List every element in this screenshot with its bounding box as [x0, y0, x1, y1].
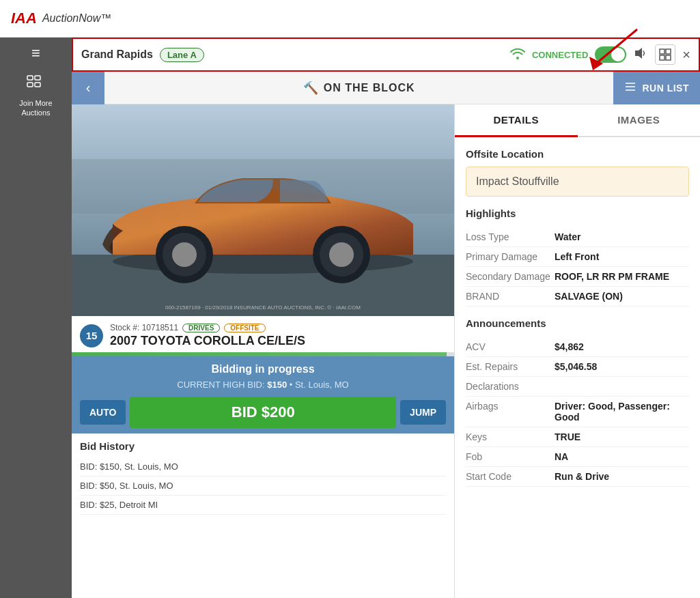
svg-rect-9	[660, 55, 664, 60]
bidding-in-progress-text: Bidding in progress	[80, 363, 446, 375]
announcement-label: Est. Repairs	[466, 361, 555, 372]
main-layout: ≡ Join MoreAuctions Grand Rapids Lane A	[0, 38, 700, 598]
detail-label: BRAND	[466, 291, 555, 302]
vehicle-info: 15 Stock #: 10718511 DRIVES OFFSITE 2007…	[72, 316, 454, 352]
highlights-rows: Loss TypeWaterPrimary DamageLeft FrontSe…	[466, 227, 689, 307]
announcement-value: Driver: Good, Passenger: Good	[555, 401, 689, 423]
toggle-knob	[611, 48, 625, 61]
stock-line: Stock #: 10718511 DRIVES OFFSITE	[110, 323, 446, 332]
detail-label: Loss Type	[466, 231, 555, 242]
run-list-label: RUN LIST	[642, 83, 689, 94]
announcement-row: KeysTRUE	[466, 427, 689, 447]
volume-icon-button[interactable]	[633, 46, 648, 63]
highlights-title: Highlights	[466, 208, 689, 219]
on-the-block-text: ON THE BLOCK	[324, 82, 415, 94]
detail-label: Secondary Damage	[466, 271, 555, 282]
auto-button[interactable]: AUTO	[80, 400, 126, 425]
layout-button[interactable]	[655, 44, 675, 65]
offsite-badge: OFFSITE	[224, 324, 265, 332]
vehicle-info-text: Stock #: 10718511 DRIVES OFFSITE 2007 TO…	[110, 323, 446, 348]
svg-rect-10	[666, 55, 671, 60]
left-panel: 000-21587169 · 01/29/2018 INSURANCE AUTO…	[72, 104, 454, 598]
announcement-row: ACV$4,862	[466, 337, 689, 357]
back-button[interactable]: ‹	[72, 72, 104, 104]
bid-history-item: BID: $50, St. Louis, MO	[80, 476, 446, 496]
join-auctions-label: Join MoreAuctions	[19, 98, 52, 118]
app-title: AuctionNow™	[42, 12, 111, 25]
svg-point-20	[172, 242, 197, 267]
announcement-label: Fob	[466, 451, 555, 462]
tab-images[interactable]: IMAGES	[578, 104, 701, 136]
detail-row: Loss TypeWater	[466, 227, 689, 247]
announcement-value: TRUE	[555, 431, 689, 442]
svg-rect-5	[35, 83, 40, 87]
join-auctions-icon	[26, 73, 45, 96]
auction-header-left: Grand Rapids Lane A	[81, 48, 204, 62]
announcement-value: $4,862	[555, 341, 689, 352]
auction-header: Grand Rapids Lane A CONNECTED	[72, 38, 700, 72]
on-the-block-center: 🔨 ON THE BLOCK	[104, 81, 613, 96]
offsite-location-value: Impact Stouffville	[466, 167, 689, 197]
iaa-logo: IAA	[11, 10, 37, 27]
announcement-row: AirbagsDriver: Good, Passenger: Good	[466, 397, 689, 427]
announcement-value: Run & Drive	[555, 471, 689, 482]
announcement-value	[555, 381, 689, 392]
svg-marker-6	[635, 48, 642, 59]
jump-button[interactable]: JUMP	[400, 400, 446, 425]
detail-row: Primary DamageLeft Front	[466, 247, 689, 267]
announcement-row: Est. Repairs$5,046.58	[466, 357, 689, 377]
svg-rect-2	[27, 76, 33, 80]
announcement-value: $5,046.58	[555, 361, 689, 372]
image-watermark: 000-21587169 · 01/29/2018 INSURANCE AUTO…	[165, 304, 361, 311]
bid-button[interactable]: BID $200	[130, 397, 396, 428]
stock-number: Stock #: 10718511	[110, 323, 178, 332]
auction-header-right: CONNECTED	[510, 44, 690, 65]
current-high-bid: CURRENT HIGH BID: $150 • St. Louis, MO	[80, 380, 446, 390]
announcement-row: Declarations	[466, 377, 689, 397]
run-list-button[interactable]: RUN LIST	[613, 72, 700, 104]
detail-value: Left Front	[555, 251, 689, 262]
car-image: 000-21587169 · 01/29/2018 INSURANCE AUTO…	[72, 104, 454, 316]
current-high-bid-separator: •	[290, 380, 295, 390]
close-button[interactable]: ×	[682, 47, 690, 63]
svg-rect-3	[35, 76, 40, 80]
announcement-value: NA	[555, 451, 689, 462]
connected-text: CONNECTED	[532, 50, 588, 60]
right-panel: DETAILS IMAGES Offsite Location Impact S…	[454, 104, 700, 598]
detail-tabs: DETAILS IMAGES	[455, 104, 700, 137]
svg-rect-8	[666, 49, 671, 54]
bid-history-item: BID: $150, St. Louis, MO	[80, 457, 446, 476]
detail-value: ROOF, LR RR PM FRAME	[555, 271, 689, 282]
top-header: IAA AuctionNow™	[0, 0, 700, 38]
offsite-location-label: Offsite Location	[466, 148, 689, 160]
bid-history-title: Bid History	[80, 440, 446, 452]
join-auctions-button[interactable]: Join MoreAuctions	[15, 69, 56, 122]
detail-row: Secondary DamageROOF, LR RR PM FRAME	[466, 267, 689, 287]
drives-badge: DRIVES	[182, 324, 220, 332]
vehicle-title: 2007 TOYOTA COROLLA CE/LE/S	[110, 334, 446, 348]
detail-label: Primary Damage	[466, 251, 555, 262]
details-content: Offsite Location Impact Stouffville High…	[455, 137, 700, 498]
announcements-rows: ACV$4,862Est. Repairs$5,046.58Declaratio…	[466, 337, 689, 487]
announcement-label: Declarations	[466, 381, 555, 392]
content-area: Grand Rapids Lane A CONNECTED	[72, 38, 700, 598]
bid-history-section: Bid History BID: $150, St. Louis, MOBID:…	[72, 433, 454, 522]
announcement-label: Start Code	[466, 471, 555, 482]
tab-details[interactable]: DETAILS	[455, 104, 578, 137]
bid-history-item: BID: $25, Detroit MI	[80, 496, 446, 515]
toggle-switch[interactable]	[595, 46, 626, 63]
lane-badge: Lane A	[160, 48, 204, 62]
announcement-label: Keys	[466, 431, 555, 442]
detail-value: SALVAGE (ON)	[555, 291, 689, 302]
vehicle-section: 000-21587169 · 01/29/2018 INSURANCE AUTO…	[72, 104, 700, 598]
announcement-label: Airbags	[466, 401, 555, 423]
location-text: Grand Rapids	[81, 48, 153, 61]
menu-icon[interactable]: ≡	[31, 44, 40, 62]
announcement-row: Start CodeRun & Drive	[466, 467, 689, 487]
current-high-bid-label: CURRENT HIGH BID:	[177, 380, 264, 390]
current-high-bid-location: St. Louis, MO	[295, 380, 349, 390]
on-the-block-bar: ‹ 🔨 ON THE BLOCK RUN LIST	[72, 72, 700, 104]
bid-history-items: BID: $150, St. Louis, MOBID: $50, St. Lo…	[80, 457, 446, 515]
bid-actions: AUTO BID $200 JUMP	[80, 397, 446, 428]
wifi-icon	[510, 47, 525, 63]
